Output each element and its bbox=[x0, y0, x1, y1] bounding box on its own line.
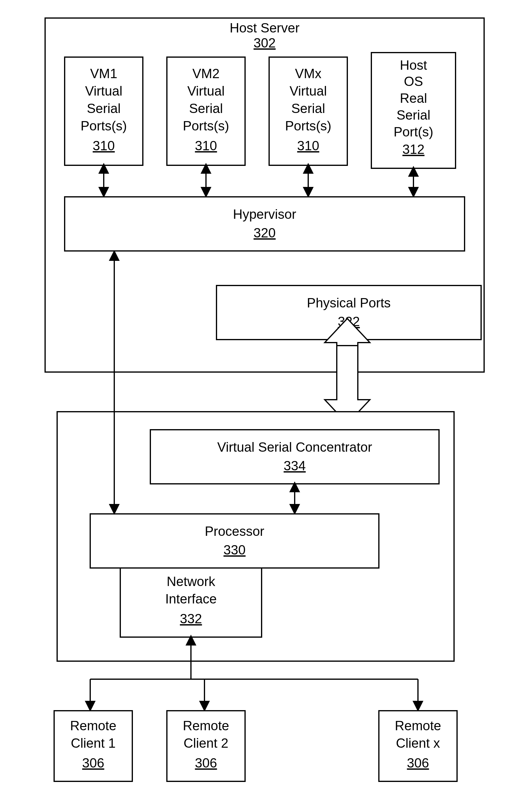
vsc-id: 334 bbox=[284, 458, 305, 473]
vm1-l4: Ports(s) bbox=[81, 119, 127, 133]
hostos-l4: Serial bbox=[397, 108, 430, 122]
netif-id: 332 bbox=[180, 611, 202, 626]
vm1-l3: Serial bbox=[87, 101, 121, 116]
rc2-l2: Client 2 bbox=[183, 736, 228, 750]
vmx-id: 310 bbox=[297, 138, 319, 153]
rcx-l1: Remote bbox=[395, 718, 441, 733]
rc1-l1: Remote bbox=[70, 718, 116, 733]
vmx-l4: Ports(s) bbox=[285, 119, 332, 133]
netif-l2: Interface bbox=[165, 591, 217, 606]
netif-l1: Network bbox=[166, 574, 215, 589]
vm1-l1: VM1 bbox=[90, 66, 117, 81]
vmx-l1: VMx bbox=[295, 66, 321, 81]
vm1-l2: Virtual bbox=[85, 84, 122, 98]
hypervisor-id: 320 bbox=[254, 225, 276, 240]
hypervisor-title: Hypervisor bbox=[233, 207, 296, 222]
vsc-box bbox=[150, 430, 439, 484]
host-server-title: Host Server bbox=[230, 20, 300, 35]
hostos-l3: Real bbox=[400, 91, 427, 105]
processor-box bbox=[90, 514, 379, 568]
rc2-id: 306 bbox=[195, 755, 217, 770]
vm1-id: 310 bbox=[93, 138, 115, 153]
vsc-title: Virtual Serial Concentrator bbox=[217, 440, 372, 454]
vmx-l3: Serial bbox=[292, 101, 325, 116]
vm2-l4: Ports(s) bbox=[183, 119, 229, 133]
processor-id: 330 bbox=[223, 542, 245, 557]
host-server-id: 302 bbox=[254, 36, 276, 50]
rc2-l1: Remote bbox=[183, 718, 229, 733]
vm2-l3: Serial bbox=[189, 101, 223, 116]
hypervisor-box bbox=[65, 197, 465, 251]
processor-title: Processor bbox=[205, 524, 264, 539]
hostos-l1: Host bbox=[400, 58, 427, 72]
rcx-id: 306 bbox=[407, 755, 429, 770]
hostos-l2: OS bbox=[404, 74, 423, 89]
hostos-l5: Port(s) bbox=[394, 124, 433, 139]
diagram-root: Host Server 302 VM1 Virtual Serial Ports… bbox=[0, 0, 522, 812]
vm2-l1: VM2 bbox=[193, 66, 220, 81]
physical-ports-title: Physical Ports bbox=[307, 295, 391, 310]
hostos-id: 312 bbox=[402, 142, 424, 157]
rc1-l2: Client 1 bbox=[71, 736, 116, 750]
rc1-id: 306 bbox=[82, 755, 104, 770]
vmx-l2: Virtual bbox=[289, 84, 327, 98]
vm2-l2: Virtual bbox=[187, 84, 225, 98]
vm2-id: 310 bbox=[195, 138, 217, 153]
rcx-l2: Client x bbox=[396, 736, 440, 750]
